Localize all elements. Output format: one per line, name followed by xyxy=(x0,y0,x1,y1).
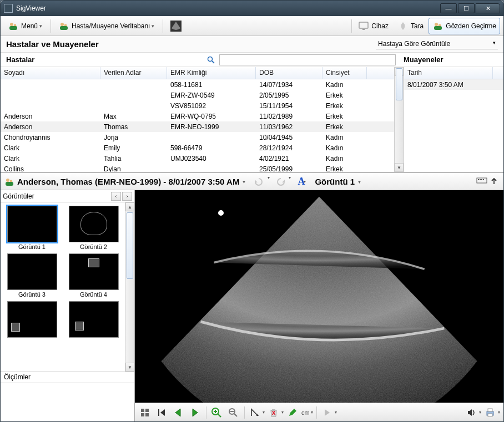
table-row[interactable]: AndersonMaxEMR-WQ-079511/02/1989Erkek xyxy=(1,111,394,121)
scroll-down-icon[interactable]: ▼ xyxy=(395,163,404,172)
dropdown-icon[interactable]: ▾ xyxy=(304,179,306,184)
patients-heading: Hastalar xyxy=(6,55,206,64)
thumbnail[interactable]: Görüntü 1 xyxy=(3,206,61,250)
table-row[interactable]: EMR-ZW-05492/05/1995Erkek xyxy=(1,90,394,100)
volume-button[interactable] xyxy=(463,405,479,420)
dropdown-icon[interactable]: ▾ xyxy=(358,179,361,185)
col-surname[interactable]: Soyadı xyxy=(1,67,100,79)
thumbnail[interactable]: Görüntü 3 xyxy=(3,253,61,298)
dropdown-icon[interactable]: ▾ xyxy=(263,410,265,415)
measure-tool-button[interactable] xyxy=(247,405,263,420)
search-icon[interactable] xyxy=(206,55,216,65)
patients-body: 058-1168114/07/1934KadınEMR-ZW-05492/05/… xyxy=(1,79,394,172)
dropdown-icon: ▾ xyxy=(39,23,42,29)
svg-point-9 xyxy=(435,23,438,26)
svg-point-3 xyxy=(61,23,64,26)
search-input[interactable] xyxy=(219,54,396,65)
review-label: Gözden Geçirme xyxy=(446,22,496,30)
first-button[interactable] xyxy=(154,405,169,420)
thumbnail[interactable]: Görüntü 4 xyxy=(64,253,123,298)
review-button[interactable]: Gözden Geçirme xyxy=(429,18,500,34)
svg-rect-5 xyxy=(60,26,68,30)
next-button[interactable] xyxy=(187,405,203,420)
undo-button[interactable] xyxy=(252,175,266,187)
svg-rect-23 xyxy=(145,409,149,412)
thumbnail-caption: Görüntü 1 xyxy=(18,243,46,250)
dropdown-icon[interactable]: ▾ xyxy=(281,410,284,415)
table-row[interactable]: 8/01/2007 3:50 AM xyxy=(404,79,503,90)
next-page-button[interactable]: › xyxy=(122,192,132,201)
left-panel: Görüntüler ‹ › Görüntü 1Görüntü 2Görüntü… xyxy=(1,190,135,421)
thumbnail[interactable]: Görüntü 2 xyxy=(64,206,123,250)
close-button[interactable]: ✕ xyxy=(476,3,500,13)
maximize-button[interactable]: ☐ xyxy=(458,3,475,13)
zoom-in-button[interactable] xyxy=(209,405,224,420)
table-row[interactable]: CollinsDylan25/05/1999Erkek xyxy=(1,164,394,172)
image-viewer: ▾ x ▾ cm ▾ ▾ ▾ ▾ xyxy=(135,190,503,421)
database-button[interactable]: Hasta/Muayene Veritabanı ▾ xyxy=(53,18,159,34)
scrollbar[interactable]: ▲ ▼ xyxy=(125,202,134,372)
viewmode-dropdown[interactable]: Hastaya Göre Görüntüle ▾ xyxy=(376,39,498,49)
page-title: Hastalar ve Muayeneler xyxy=(6,39,376,49)
play-button[interactable] xyxy=(319,405,335,420)
export-up-icon[interactable] xyxy=(488,176,500,186)
app-icon xyxy=(4,4,13,13)
delete-button[interactable]: x xyxy=(266,405,281,420)
scroll-up-icon[interactable]: ▲ xyxy=(125,202,134,211)
menu-button[interactable]: Menü ▾ xyxy=(3,18,47,34)
dropdown-icon[interactable]: ▾ xyxy=(268,175,270,187)
table-row[interactable]: ClarkEmily598-6647928/12/1924Kadın xyxy=(1,143,394,153)
table-row[interactable]: VSV85109215/11/1954Erkek xyxy=(1,100,394,111)
viewmode-label: Hastaya Göre Görüntüle xyxy=(378,40,450,48)
exams-body: 8/01/2007 3:50 AM xyxy=(404,79,503,172)
sub-header: Hastalar Muayeneler xyxy=(1,53,503,67)
scrollbar[interactable]: ▲ ▼ xyxy=(394,67,404,172)
thumbnail[interactable] xyxy=(3,301,61,339)
grid-icon[interactable] xyxy=(137,405,153,420)
col-emr[interactable]: EMR Kimliği xyxy=(167,67,256,79)
dropdown-icon[interactable]: ▾ xyxy=(243,179,245,185)
exams-heading: Muayeneler xyxy=(404,55,498,64)
svg-rect-24 xyxy=(141,413,144,416)
unit-label: cm xyxy=(301,409,310,416)
prev-button[interactable] xyxy=(170,405,186,420)
table-row[interactable]: ChondroyiannisJorja10/04/1945Kadın xyxy=(1,132,394,143)
minimize-button[interactable]: — xyxy=(440,3,457,13)
pencil-icon[interactable] xyxy=(285,405,300,420)
thumbs-area: Görüntü 1Görüntü 2Görüntü 3Görüntü 4 ▲ ▼ xyxy=(1,202,134,372)
svg-rect-37 xyxy=(488,409,492,411)
ultrasound-thumb-button[interactable] xyxy=(165,18,189,34)
col-date[interactable]: Tarih xyxy=(404,67,493,79)
thumbnail-image xyxy=(7,301,57,338)
scan-button[interactable]: Tara xyxy=(394,18,427,34)
zoom-out-button[interactable] xyxy=(225,405,241,420)
svg-rect-19 xyxy=(480,179,481,180)
table-row[interactable]: AndersonThomasEMR-NEO-199911/03/1962Erke… xyxy=(1,121,394,132)
thumbnail[interactable] xyxy=(64,301,123,339)
col-gender[interactable]: Cinsiyet xyxy=(322,67,367,79)
dropdown-icon[interactable]: ▾ xyxy=(498,410,500,415)
print-button[interactable] xyxy=(482,405,498,420)
dropdown-icon[interactable]: ▾ xyxy=(289,175,291,187)
thumbs-header: Görüntüler ‹ › xyxy=(1,190,134,202)
svg-rect-22 xyxy=(141,409,144,412)
col-given[interactable]: Verilen Adlar xyxy=(100,67,167,79)
svg-text:x: x xyxy=(272,409,276,416)
ultrasound-image[interactable] xyxy=(135,190,503,403)
scroll-thumb[interactable] xyxy=(127,212,133,279)
redo-button[interactable] xyxy=(273,175,288,187)
table-row[interactable]: ClarkTahliaUMJ0235404/02/1921Kadın xyxy=(1,153,394,164)
prev-page-button[interactable]: ‹ xyxy=(111,192,121,201)
scroll-thumb[interactable] xyxy=(396,68,402,100)
col-dob[interactable]: DOB xyxy=(256,67,322,79)
keyboard-icon[interactable] xyxy=(476,176,488,186)
device-button[interactable]: Cihaz xyxy=(354,18,392,34)
scan-label: Tara xyxy=(411,22,424,30)
probe-icon xyxy=(397,21,409,32)
dropdown-icon[interactable]: ▾ xyxy=(479,410,481,415)
dropdown-icon[interactable]: ▾ xyxy=(335,410,337,415)
svg-line-32 xyxy=(234,414,237,416)
table-row[interactable]: 058-1168114/07/1934Kadın xyxy=(1,79,394,90)
dropdown-icon[interactable]: ▾ xyxy=(311,410,313,415)
scroll-down-icon[interactable]: ▼ xyxy=(125,363,134,372)
